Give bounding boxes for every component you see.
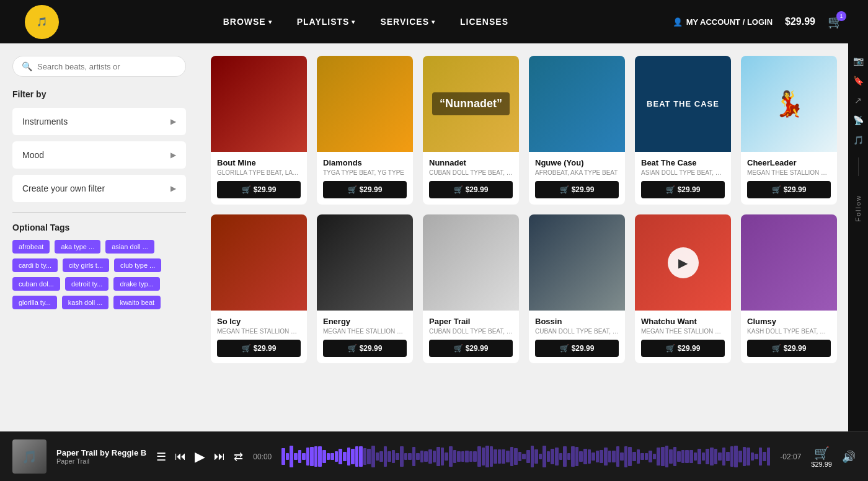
beat-info-energy: Energy MEGAN THEE STALLION TY... 🛒 $29.9…: [317, 311, 413, 363]
tag-afrobeat[interactable]: afrobeat: [12, 240, 50, 254]
buy-button-cheerleader[interactable]: 🛒 $29.99: [747, 181, 831, 198]
tag-glorilla[interactable]: glorilla ty...: [12, 296, 57, 309]
search-input[interactable]: [37, 62, 177, 71]
beat-title: Energy: [323, 317, 407, 326]
cart-button[interactable]: 🛒 1: [828, 14, 843, 29]
beat-artist: TYGA TYPE BEAT, YG TYPE: [323, 169, 407, 176]
nav-right: 👤 MY ACCOUNT / LOGIN $29.99 🛒 1: [673, 14, 843, 29]
beat-artist: CUBAN DOLL TYPE BEAT, D...: [535, 328, 619, 335]
play-overlay: ▶: [635, 214, 731, 311]
beat-info-bout-mine: Bout Mine GLORILLA TYPE BEAT, LATT... 🛒 …: [211, 152, 307, 205]
beat-card-nunnadet[interactable]: “Nunnadet” Nunnadet CUBAN DOLL TYPE BEAT…: [423, 56, 519, 205]
beat-card-clumsy[interactable]: Clumsy KASH DOLL TYPE BEAT, WE... 🛒 $29.…: [741, 214, 837, 363]
beat-info-beat-the-case: Beat The Case ASIAN DOLL TYPE BEAT, CA..…: [635, 152, 731, 205]
beat-card-cheerleader[interactable]: 💃 CheerLeader MEGAN THEE STALLION TY... …: [741, 56, 837, 205]
beat-card-energy[interactable]: Energy MEGAN THEE STALLION TY... 🛒 $29.9…: [317, 214, 413, 363]
filter-mood[interactable]: Mood ▶: [12, 141, 186, 169]
play-circle-icon[interactable]: ▶: [668, 247, 699, 278]
beat-info-so-icy: So Icy MEGAN THEE STALLION TY... 🛒 $29.9…: [211, 311, 307, 363]
nav-playlists[interactable]: PLAYLISTS ▾: [297, 17, 356, 27]
beat-artist: MEGAN THEE STALLION TY...: [323, 328, 407, 335]
buy-button-diamonds[interactable]: 🛒 $29.99: [323, 181, 407, 198]
beats-grid-row2: So Icy MEGAN THEE STALLION TY... 🛒 $29.9…: [211, 214, 837, 363]
buy-button-bout-mine[interactable]: 🛒 $29.99: [217, 181, 301, 198]
tag-city-girls[interactable]: city girls t...: [63, 258, 109, 272]
beat-artist: MEGAN THEE STALLION TY...: [747, 169, 831, 176]
beat-thumb-cheerleader: 💃: [741, 56, 837, 152]
tag-aka[interactable]: aka type ...: [55, 240, 100, 254]
beat-card-whatchu-want[interactable]: ▶ Whatchu Want MEGAN THEE STALLION TY...…: [635, 214, 731, 363]
beat-info-nguwe: Nguwe (You) AFROBEAT, AKA TYPE BEAT 🛒 $2…: [529, 152, 625, 205]
nav-browse[interactable]: BROWSE ▾: [223, 17, 272, 27]
beat-thumb-beat-the-case: BEAT THE CASE: [635, 56, 731, 152]
nav-price: $29.99: [785, 16, 815, 27]
follow-bar: 📷 🔖 ↗ 📡 🎵 Follow: [848, 43, 868, 431]
rss-icon[interactable]: 📡: [853, 115, 864, 125]
tag-cuban-doll[interactable]: cuban dol...: [12, 277, 60, 291]
buy-button-nguwe[interactable]: 🛒 $29.99: [535, 181, 619, 198]
beat-title: Bout Mine: [217, 158, 301, 167]
buy-button-nunnadet[interactable]: 🛒 $29.99: [429, 181, 513, 198]
tag-drake[interactable]: drake typ...: [113, 277, 159, 291]
follow-label: Follow: [854, 195, 862, 222]
beat-title: So Icy: [217, 317, 301, 326]
tag-asian-doll[interactable]: asian doll ...: [105, 240, 154, 254]
filter-instruments[interactable]: Instruments ▶: [12, 108, 186, 135]
filter-custom[interactable]: Create your own filter ▶: [12, 175, 186, 202]
beat-title: Clumsy: [747, 317, 831, 326]
beat-thumb-bossin: [529, 214, 625, 311]
beat-card-so-icy[interactable]: So Icy MEGAN THEE STALLION TY... 🛒 $29.9…: [211, 214, 307, 363]
tag-kash-doll[interactable]: kash doll ...: [62, 296, 109, 309]
buy-button-beat-the-case[interactable]: 🛒 $29.99: [641, 181, 725, 198]
nav-services[interactable]: SERVICES ▾: [380, 17, 435, 27]
beat-info-paper-trail: Paper Trail CUBAN DOLL TYPE BEAT, S... 🛒…: [423, 311, 519, 363]
search-box[interactable]: 🔍: [12, 56, 186, 77]
logo[interactable]: 🎵: [25, 5, 59, 39]
custom-arrow-icon: ▶: [170, 184, 176, 193]
buy-button-whatchu-want[interactable]: 🛒 $29.99: [641, 340, 725, 357]
browse-chevron-icon: ▾: [268, 19, 272, 25]
beat-card-bossin[interactable]: Bossin CUBAN DOLL TYPE BEAT, D... 🛒 $29.…: [529, 214, 625, 363]
beat-title: Nunnadet: [429, 158, 513, 167]
filter-divider: [12, 212, 186, 213]
tag-club-type[interactable]: club type ...: [114, 258, 161, 272]
beat-thumb-so-icy: [211, 214, 307, 311]
optional-tags-label: Optional Tags: [12, 223, 186, 232]
main-layout: 🔍 Filter by Instruments ▶ Mood ▶ Create …: [0, 43, 868, 431]
buy-button-clumsy[interactable]: 🛒 $29.99: [747, 340, 831, 357]
beat-thumb-energy: [317, 214, 413, 311]
beat-title: Beat The Case: [641, 158, 725, 167]
tag-detroit[interactable]: detroit ty...: [65, 277, 109, 291]
instagram-icon[interactable]: 📷: [853, 56, 864, 66]
beat-artist: MEGAN THEE STALLION TY...: [641, 328, 725, 335]
beat-card-nguwe[interactable]: Nguwe (You) AFROBEAT, AKA TYPE BEAT 🛒 $2…: [529, 56, 625, 205]
beat-thumb-whatchu-want: ▶: [635, 214, 731, 311]
beat-thumb-diamonds: [317, 56, 413, 152]
buy-button-bossin[interactable]: 🛒 $29.99: [535, 340, 619, 357]
beat-thumb-paper-trail: [423, 214, 519, 311]
nav-links: BROWSE ▾ PLAYLISTS ▾ SERVICES ▾ LICENSES: [223, 17, 508, 27]
bookmark-icon[interactable]: 🔖: [853, 76, 864, 86]
buy-button-so-icy[interactable]: 🛒 $29.99: [217, 340, 301, 357]
beat-card-beat-the-case[interactable]: BEAT THE CASE Beat The Case ASIAN DOLL T…: [635, 56, 731, 205]
music-icon[interactable]: 🎵: [853, 135, 864, 145]
nav-licenses[interactable]: LICENSES: [460, 17, 508, 27]
beat-artist: MEGAN THEE STALLION TY...: [217, 328, 301, 335]
beat-card-bout-mine[interactable]: Bout Mine GLORILLA TYPE BEAT, LATT... 🛒 …: [211, 56, 307, 205]
share-icon[interactable]: ↗: [854, 95, 862, 105]
beat-artist: GLORILLA TYPE BEAT, LATT...: [217, 169, 301, 176]
account-login-button[interactable]: 👤 MY ACCOUNT / LOGIN: [673, 17, 773, 27]
beat-thumb-nunnadet: “Nunnadet”: [423, 56, 519, 152]
tag-cardi-b[interactable]: cardi b ty...: [12, 258, 58, 272]
beat-title: CheerLeader: [747, 158, 831, 167]
tag-kwaito[interactable]: kwaito beat: [113, 296, 161, 309]
beat-title: Bossin: [535, 317, 619, 326]
filter-label: Filter by: [12, 89, 186, 99]
beat-card-diamonds[interactable]: Diamonds TYGA TYPE BEAT, YG TYPE 🛒 $29.9…: [317, 56, 413, 205]
beat-info-nunnadet: Nunnadet CUBAN DOLL TYPE BEAT, N... 🛒 $2…: [423, 152, 519, 205]
buy-button-energy[interactable]: 🛒 $29.99: [323, 340, 407, 357]
beat-info-whatchu-want: Whatchu Want MEGAN THEE STALLION TY... 🛒…: [635, 311, 731, 363]
buy-button-paper-trail[interactable]: 🛒 $29.99: [429, 340, 513, 357]
beat-title: Whatchu Want: [641, 317, 725, 326]
beat-card-paper-trail[interactable]: Paper Trail CUBAN DOLL TYPE BEAT, S... 🛒…: [423, 214, 519, 363]
